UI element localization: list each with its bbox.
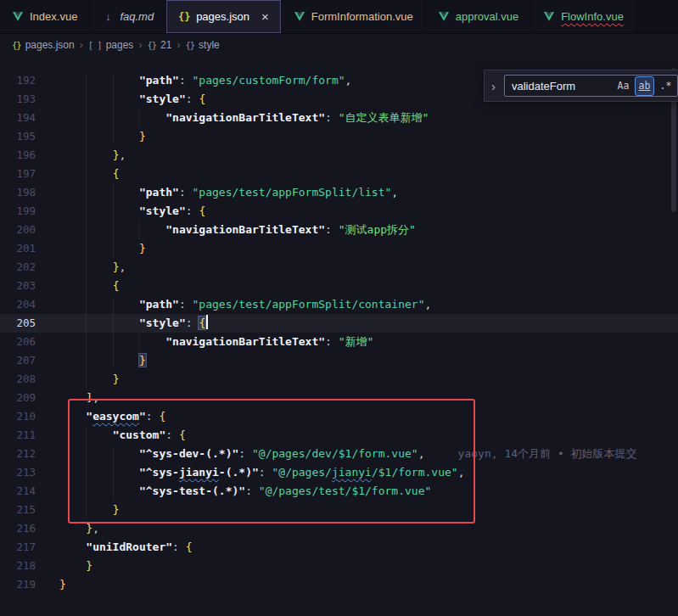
code-text: "path": "pages/test/appFormSplit/contain… <box>36 295 431 314</box>
close-icon[interactable]: × <box>261 10 269 23</box>
indent-guide <box>86 183 87 202</box>
indent-guide <box>86 258 87 277</box>
indent-guide <box>86 295 87 314</box>
indent-guide <box>86 501 87 519</box>
line-number: 193 <box>0 90 36 109</box>
code-line-208[interactable]: 208 } <box>0 370 678 389</box>
code-line-196[interactable]: 196 }, <box>0 146 678 165</box>
line-number: 206 <box>0 333 36 351</box>
code-line-205[interactable]: 205 "style": { <box>0 314 678 333</box>
indent-guide <box>113 463 114 482</box>
code-line-216[interactable]: 216 }, <box>0 519 678 538</box>
tab-label: FormInformation.vue <box>311 10 413 23</box>
code-line-206[interactable]: 206 "navigationBarTitleText": "新增" <box>0 333 678 351</box>
toggle-replace-chevron-icon[interactable]: › <box>488 79 499 93</box>
indent-guide <box>113 71 114 90</box>
tab-label: FlowInfo.vue <box>561 10 624 23</box>
code-line-203[interactable]: 203 { <box>0 277 678 295</box>
tab-pages-json[interactable]: {}pages.json× <box>166 0 282 33</box>
code-line-215[interactable]: 215 } <box>0 501 678 519</box>
code-text: "^sys-test-(.*)": "@/pages/test/$1/form.… <box>36 482 431 501</box>
tab-faq-md[interactable]: ↓faq.md <box>90 0 166 33</box>
code-line-218[interactable]: 218 } <box>0 557 678 575</box>
code-text: } <box>36 575 66 594</box>
code-line-217[interactable]: 217 "uniIdRouter": { <box>0 538 678 557</box>
line-number: 219 <box>0 575 36 594</box>
scrollbar[interactable] <box>670 56 678 616</box>
indent-guide <box>113 239 114 258</box>
tab-flowinfo-vue[interactable]: FlowInfo.vue <box>531 0 636 33</box>
code-line-200[interactable]: 200 "navigationBarTitleText": "测试app拆分" <box>0 221 678 239</box>
tab-approval-vue[interactable]: approval.vue <box>426 0 531 33</box>
code-line-211[interactable]: 211 "custom": { <box>0 426 678 445</box>
code-line-213[interactable]: 213 "^sys-jianyi-(.*)": "@/pages/jianyi/… <box>0 463 678 482</box>
find-input[interactable]: validateForm Aaab.* <box>504 75 678 97</box>
code-text: { <box>36 277 119 295</box>
breadcrumb-item-pages[interactable]: [ ]pages <box>88 39 134 51</box>
indent-guide <box>86 445 87 463</box>
code-line-210[interactable]: 210 "easycom": { <box>0 407 678 426</box>
vue-icon <box>12 12 24 21</box>
match-case-toggle[interactable]: Aa <box>614 77 632 95</box>
tab-label: Index.vue <box>30 10 77 23</box>
tab-forminformation-vue[interactable]: FormInformation.vue <box>282 0 426 33</box>
indent-guide <box>113 127 114 146</box>
indent-guide <box>113 109 114 127</box>
find-toggles: Aaab.* <box>614 77 675 95</box>
code-line-202[interactable]: 202 }, <box>0 258 678 277</box>
code-text: "style": { <box>36 90 205 109</box>
code-line-219[interactable]: 219} <box>0 575 678 594</box>
code-line-198[interactable]: 198 "path": "pages/test/appFormSplit/lis… <box>0 183 678 202</box>
line-number: 215 <box>0 501 36 519</box>
code-line-197[interactable]: 197 { <box>0 165 678 183</box>
indent-guide <box>113 351 114 370</box>
code-line-207[interactable]: 207 } <box>0 351 678 370</box>
code-line-204[interactable]: 204 "path": "pages/test/appFormSplit/con… <box>0 295 678 314</box>
indent-guide <box>86 90 87 109</box>
line-number: 212 <box>0 445 36 463</box>
code-line-212[interactable]: 212 "^sys-dev-(.*)": "@/pages/dev/$1/for… <box>0 445 678 463</box>
code-text: }, <box>36 146 126 165</box>
code-line-209[interactable]: 209 ], <box>0 389 678 407</box>
find-widget: › validateForm Aaab.* <box>484 70 678 102</box>
indent-guide <box>86 426 87 445</box>
breadcrumb-item-pages.json[interactable]: {}pages.json <box>12 39 75 51</box>
vue-icon <box>294 12 305 21</box>
line-number: 216 <box>0 519 36 538</box>
code-line-194[interactable]: 194 "navigationBarTitleText": "自定义表单新增" <box>0 109 678 127</box>
tab-label: approval.vue <box>456 10 518 23</box>
indent-guide <box>86 351 87 370</box>
indent-guide <box>113 183 114 202</box>
indent-guide <box>113 221 114 239</box>
symbol-icon: {} <box>12 40 21 50</box>
breadcrumb-item-style[interactable]: {}style <box>185 39 219 51</box>
code-line-199[interactable]: 199 "style": { <box>0 202 678 221</box>
code-text: "navigationBarTitleText": "自定义表单新增" <box>36 109 429 127</box>
indent-guide <box>86 127 87 146</box>
editor[interactable]: 192 "path": "pages/customForm/form",193 … <box>0 56 678 616</box>
whole-word-toggle[interactable]: ab <box>636 77 653 95</box>
tab-bar: Index.vue↓faq.md{}pages.json×FormInforma… <box>0 0 678 34</box>
indent-guide <box>113 295 114 314</box>
breadcrumb-item-21[interactable]: {}21 <box>147 39 171 51</box>
line-number: 209 <box>0 389 36 407</box>
code-area[interactable]: 192 "path": "pages/customForm/form",193 … <box>0 56 678 594</box>
code-line-201[interactable]: 201 } <box>0 239 678 258</box>
code-line-195[interactable]: 195 } <box>0 127 678 146</box>
breadcrumb-label: pages <box>106 39 134 51</box>
line-number: 192 <box>0 71 36 90</box>
indent-guide <box>113 90 114 109</box>
code-text: "path": "pages/test/appFormSplit/list", <box>36 183 398 202</box>
code-text: "style": { <box>36 314 208 333</box>
symbol-icon: {} <box>185 40 194 50</box>
code-text: "uniIdRouter": { <box>36 538 193 557</box>
line-number: 210 <box>0 407 36 426</box>
code-text: "^sys-dev-(.*)": "@/pages/dev/$1/form.vu… <box>36 445 637 463</box>
regex-toggle[interactable]: .* <box>657 77 675 95</box>
indent-guide <box>139 333 140 351</box>
indent-guide <box>113 202 114 221</box>
tab-index-vue[interactable]: Index.vue <box>0 0 90 33</box>
indent-guide <box>86 109 87 127</box>
indent-guide <box>113 445 114 463</box>
code-line-214[interactable]: 214 "^sys-test-(.*)": "@/pages/test/$1/f… <box>0 482 678 501</box>
